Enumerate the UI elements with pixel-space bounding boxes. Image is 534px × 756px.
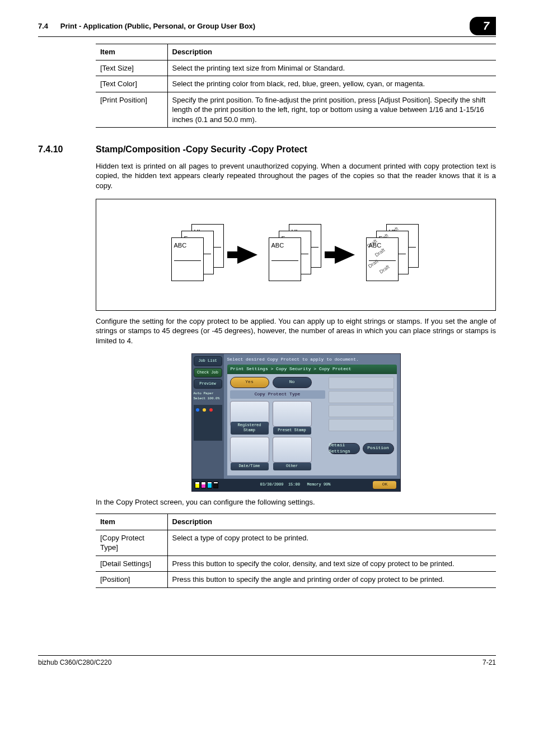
cell-item: [Position] [96, 572, 167, 588]
cell-item: [Print Position] [96, 92, 167, 128]
footer-model: bizhub C360/C280/C220 [38, 658, 111, 667]
cell-desc: Select a type of copy protect to be prin… [167, 530, 496, 556]
status-datetime: 03/30/2009 15:00 Memory 99% [260, 482, 330, 487]
breadcrumb: Print Settings > Copy Security > Copy Pr… [227, 365, 397, 374]
table-row: [Copy Protect Type] Select a type of cop… [96, 530, 496, 556]
button-caption: Other [273, 463, 311, 470]
other-button[interactable]: Other [273, 437, 312, 463]
button-caption: Date/Time [231, 463, 269, 470]
preview-thumbnail [194, 405, 222, 441]
arrow-icon [237, 246, 257, 264]
stamp-slot[interactable] [329, 419, 394, 431]
paper-select-label: Auto Paper Select 100.0% [194, 391, 222, 400]
doc-stack-copied: HI Draft Draft F Draft Draft ABC Draft D… [368, 224, 419, 286]
draft-watermark: Draft [378, 263, 391, 275]
cell-desc: Press this button to specify the angle a… [167, 572, 496, 588]
page-footer: bizhub C360/C280/C220 7-21 [38, 655, 496, 667]
page-header: 7.4 Print - Application (Public, Persona… [38, 17, 496, 37]
cell-item: [Copy Protect Type] [96, 530, 167, 556]
type-label: Copy Protect Type [230, 390, 325, 399]
section-title: Stamp/Composition -Copy Security -Copy P… [96, 143, 307, 156]
draft-watermark: Draft [367, 258, 380, 269]
table-print-settings: Item Description [Text Size] Select the … [96, 44, 496, 128]
th-item: Item [96, 514, 167, 530]
section-heading: 7.4.10 Stamp/Composition -Copy Security … [38, 143, 496, 156]
cell-item: [Detail Settings] [96, 556, 167, 572]
table-row: [Print Position] Specify the print posit… [96, 92, 496, 128]
ui-instruction: Select desired Copy Protect to apply to … [227, 357, 397, 363]
chapter-badge: 7 [470, 17, 496, 35]
cell-desc: Select the printing color from black, re… [167, 76, 496, 92]
arrow-icon [335, 246, 355, 264]
position-button[interactable]: Position [363, 443, 394, 454]
doc-stack-original: HI F ABC [174, 224, 224, 286]
button-caption: Registered Stamp [231, 422, 269, 435]
registered-stamp-button[interactable]: Registered Stamp [230, 401, 269, 427]
check-job-button[interactable]: Check Job [194, 368, 222, 377]
button-caption: Preset Stamp [273, 427, 311, 434]
table-row: [Text Color] Select the printing color f… [96, 76, 496, 92]
header-section-title: Print - Application (Public, Personal, o… [60, 22, 255, 30]
stamp-slot[interactable] [329, 405, 394, 417]
stamp-slot[interactable] [329, 377, 394, 389]
th-desc: Description [167, 44, 496, 60]
sheet-text: ABC [271, 241, 298, 250]
table-row: [Position] Press this button to specify … [96, 572, 496, 588]
stamp-slots: Detail Settings Position [329, 377, 394, 473]
status-time: 15:00 [288, 482, 300, 487]
paragraph: Hidden text is printed on all pages to p… [96, 161, 496, 191]
cell-item: [Text Size] [96, 60, 167, 76]
table-row: [Text Size] Select the printing text siz… [96, 60, 496, 76]
job-list-button[interactable]: Job List [194, 356, 222, 366]
copy-protect-diagram: HI F ABC HI F ABC HI Draft Draft F Draft… [96, 199, 496, 311]
cell-desc: Press this button to specify the color, … [167, 556, 496, 572]
stamp-slot[interactable] [329, 391, 394, 403]
status-mem-value: 99% [324, 482, 331, 487]
sheet-text: ABC [174, 241, 201, 250]
footer-page-number: 7-21 [483, 658, 496, 667]
paragraph: Configure the setting for the copy prote… [96, 316, 496, 346]
ui-panel: Yes No Copy Protect Type Registered Stam… [227, 374, 397, 475]
ok-button[interactable]: OK [372, 480, 397, 489]
th-item: Item [96, 44, 167, 60]
cell-desc: Select the printing text size from Minim… [167, 60, 496, 76]
ui-sidebar: Job List Check Job Preview Auto Paper Se… [192, 354, 224, 478]
date-time-button[interactable]: Date/Time [230, 437, 269, 463]
no-button[interactable]: No [273, 377, 312, 388]
table-copy-protect: Item Description [Copy Protect Type] Sel… [96, 514, 496, 588]
preset-stamp-button[interactable]: Preset Stamp [273, 401, 312, 427]
status-date: 03/30/2009 [260, 482, 283, 487]
doc-stack-printed: HI F ABC [271, 224, 321, 286]
header-section-no: 7.4 [38, 22, 48, 30]
section-number: 7.4.10 [38, 143, 96, 156]
paragraph: In the Copy Protect screen, you can conf… [96, 497, 496, 507]
th-desc: Description [167, 514, 496, 530]
header-left: 7.4 Print - Application (Public, Persona… [38, 21, 255, 31]
cell-desc: Specify the print position. To fine-adju… [167, 92, 496, 128]
cell-item: [Text Color] [96, 76, 167, 92]
ui-status-bar: 03/30/2009 15:00 Memory 99% OK [192, 479, 400, 491]
detail-settings-button[interactable]: Detail Settings [329, 443, 360, 454]
printer-ui-screenshot: Job List Check Job Preview Auto Paper Se… [191, 353, 401, 491]
table-row: [Detail Settings] Press this button to s… [96, 556, 496, 572]
preview-button[interactable]: Preview [194, 379, 222, 389]
yes-button[interactable]: Yes [230, 377, 269, 388]
toner-levels [195, 482, 218, 488]
status-mem-label: Memory [307, 482, 321, 487]
